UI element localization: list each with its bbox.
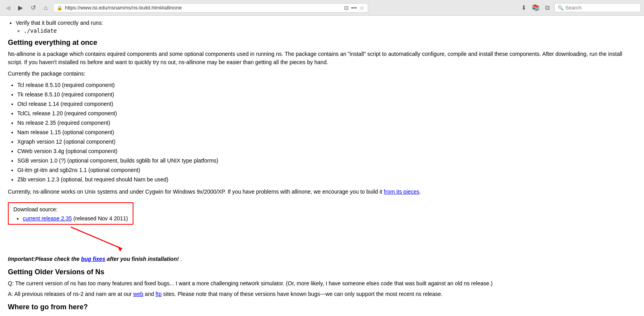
ftp-link[interactable]: ftp: [155, 291, 162, 297]
section2-heading: Getting Older Versions of Ns: [8, 268, 636, 276]
svg-marker-1: [117, 246, 122, 251]
bug-fixes-link[interactable]: bug fixes: [81, 256, 105, 262]
verify-section: Verify that it built correctly and runs:…: [8, 20, 636, 34]
section1-heading: Getting everything at once: [8, 39, 636, 47]
reader-icon[interactable]: ⊟: [344, 5, 349, 11]
list-item: SGB version 1.0 (?) (optional component,…: [17, 157, 636, 165]
allinone-note-end: .: [419, 188, 421, 195]
qa-answer-suffix: sites. Please note that many of these ve…: [162, 291, 443, 297]
sidebar-icon[interactable]: ⧉: [544, 4, 551, 12]
list-item: Tk release 8.5.10 (required component): [17, 91, 636, 99]
page-content: Verify that it built correctly and runs:…: [0, 16, 644, 316]
qa-answer-prefix: A: All previous releases of ns-2 and nam…: [8, 291, 133, 297]
allinone-note-text: Currently, ns-allinone works on Unix sys…: [8, 188, 382, 195]
important-label: Important:: [8, 256, 35, 262]
qa-answer-middle: and: [143, 291, 155, 297]
list-item: CWeb version 3.4g (optional component): [17, 147, 636, 155]
section1-para1: Ns-allinone is a package which contains …: [8, 50, 636, 67]
search-icon: 🔍: [558, 5, 564, 11]
allinone-note: Currently, ns-allinone works on Unix sys…: [8, 188, 636, 196]
download-item: current release 2.35 (released Nov 4 201…: [23, 215, 128, 222]
list-item: Zlib version 1.2.3 (optional, but requir…: [17, 176, 636, 184]
list-item: Tcl release 8.5.10 (required component): [17, 81, 636, 89]
reload-button[interactable]: ↺: [28, 3, 38, 12]
browser-right-icons: ⬇ 📚 ⧉: [520, 3, 551, 12]
qa-answer: A: All previous releases of ns-2 and nam…: [8, 290, 636, 298]
forward-button[interactable]: ▶: [16, 3, 25, 12]
list-item: Gt-itm gt-itm and sgb2ns 1.1 (optional c…: [17, 166, 636, 174]
browser-toolbar: ◀ ▶ ↺ ⌂ 🔒 https://www.isi.edu/nsnam/ns/n…: [0, 0, 644, 16]
section3-heading: Where to go from here?: [8, 303, 636, 311]
important-italic-text: Please check the: [35, 256, 81, 262]
important-line: Important:Please check the bug fixes aft…: [8, 255, 636, 263]
web-link[interactable]: web: [133, 291, 143, 297]
important-suffix: after you finish installation!: [105, 256, 179, 262]
list-item: Otcl release 1.14 (required component): [17, 100, 636, 108]
download-box: Download source: current release 2.35 (r…: [8, 202, 133, 225]
search-box[interactable]: 🔍: [554, 3, 641, 12]
section1-para2: Currently the package contains:: [8, 70, 636, 78]
from-its-pieces-link[interactable]: from its pieces: [384, 188, 419, 195]
red-arrow-svg: [8, 223, 146, 255]
list-item: Xgraph version 12 (optional component): [17, 138, 636, 146]
address-bar[interactable]: 🔒 https://www.isi.edu/nsnam/ns/ns-build.…: [53, 3, 368, 13]
components-list: Tcl release 8.5.10 (required component) …: [17, 81, 636, 184]
url-text: https://www.isi.edu/nsnam/ns/ns-build.ht…: [65, 5, 342, 11]
qa-question: Q: The current version of ns has too man…: [8, 279, 636, 288]
list-item: Nam release 1.15 (optional component): [17, 128, 636, 137]
more-icon[interactable]: •••: [351, 5, 357, 11]
important-dot: .: [179, 256, 182, 262]
download-label: Download source:: [13, 205, 128, 214]
current-release-link[interactable]: current release 2.35: [23, 215, 72, 222]
annotation-area: [8, 223, 636, 255]
search-input[interactable]: [565, 5, 637, 11]
back-button[interactable]: ◀: [3, 3, 13, 12]
section3-para: If you have problems building ns, try re…: [8, 314, 636, 316]
home-button[interactable]: ⌂: [41, 4, 50, 12]
library-icon[interactable]: 📚: [530, 3, 541, 12]
validate-cmd: ./validate: [24, 28, 636, 34]
release-date-text: (released Nov 4 2011): [73, 215, 128, 222]
svg-line-0: [71, 227, 122, 249]
lock-icon: 🔒: [57, 5, 63, 11]
list-item: Ns release 2.35 (required component): [17, 119, 636, 127]
list-item: TclCL release 1.20 (required component): [17, 109, 636, 118]
verify-item: Verify that it built correctly and runs:: [16, 20, 636, 26]
download-icon[interactable]: ⬇: [520, 3, 528, 12]
bookmark-icon[interactable]: ☆: [359, 5, 365, 11]
qa-section: Q: The current version of ns has too man…: [8, 279, 636, 298]
